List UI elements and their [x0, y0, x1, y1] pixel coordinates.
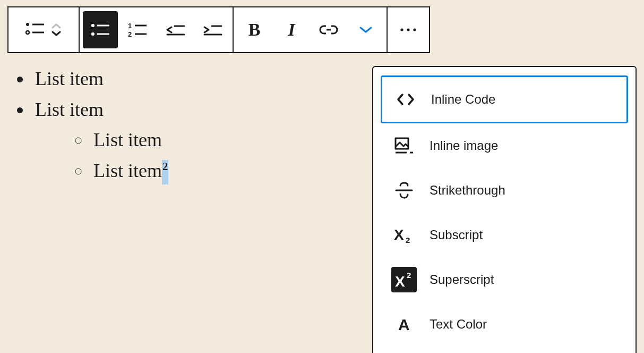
list-level-1: List item List item List item List item2: [7, 64, 168, 186]
editor-content[interactable]: List item List item List item List item2: [7, 64, 168, 186]
more-formats-button[interactable]: [348, 11, 383, 48]
svg-text:2: 2: [407, 271, 411, 280]
dropdown-item-text-color[interactable]: A Text Color: [381, 302, 628, 347]
chevron-down-icon: [358, 26, 373, 34]
block-toolbar: 1 2 B I: [7, 6, 430, 53]
dropdown-item-inline-code[interactable]: Inline Code: [381, 75, 628, 123]
italic-button[interactable]: I: [274, 11, 309, 48]
toolbar-group-block-type: [8, 7, 80, 52]
chevron-down-icon: [50, 30, 62, 37]
code-icon: [393, 87, 418, 112]
superscript-icon: X 2: [391, 267, 417, 292]
block-type-carets: [50, 23, 62, 37]
format-dropdown: Inline Code Inline image Strikethrough X: [372, 66, 637, 353]
dropdown-item-subscript[interactable]: X 2 Subscript: [381, 213, 628, 257]
dropdown-item-superscript[interactable]: X 2 Superscript: [381, 257, 628, 302]
italic-icon: I: [288, 20, 295, 40]
dropdown-item-label: Subscript: [430, 228, 483, 242]
subscript-icon: X 2: [391, 222, 417, 248]
svg-text:X: X: [395, 273, 405, 289]
more-options-button[interactable]: [391, 11, 426, 48]
svg-point-17: [407, 28, 409, 31]
dropdown-item-label: Inline image: [430, 138, 498, 153]
list-item-text: List item: [35, 99, 104, 120]
block-type-button[interactable]: [12, 11, 75, 48]
numbered-list-button[interactable]: 1 2: [120, 11, 155, 48]
svg-point-6: [91, 32, 95, 36]
svg-point-16: [400, 28, 403, 31]
toolbar-group-list: 1 2: [80, 7, 234, 52]
svg-text:2: 2: [406, 236, 410, 244]
svg-point-2: [26, 31, 29, 34]
svg-point-4: [91, 24, 95, 27]
svg-point-18: [413, 28, 416, 31]
toolbar-group-format: B I: [234, 7, 388, 52]
list-item-text: List item: [93, 129, 162, 150]
dropdown-item-label: Superscript: [430, 272, 494, 287]
list-item[interactable]: List item List item List item2: [32, 95, 168, 187]
dropdown-item-label: Inline Code: [431, 92, 495, 107]
list-item-text: List item: [35, 68, 104, 89]
superscript-text: 2: [162, 160, 168, 173]
chevron-up-icon: [50, 23, 62, 29]
link-icon: [319, 23, 338, 36]
svg-text:2: 2: [128, 30, 132, 38]
dropdown-item-inline-image[interactable]: Inline image: [381, 123, 628, 168]
more-horizontal-icon: [399, 28, 417, 32]
svg-point-0: [26, 23, 29, 26]
link-button[interactable]: [311, 11, 346, 48]
list-level-2: List item List item2: [35, 125, 168, 186]
list-item[interactable]: List item2: [90, 156, 168, 187]
toolbar-group-overflow: [388, 7, 429, 52]
dropdown-item-label: Strikethrough: [430, 183, 505, 198]
text-color-icon: A: [391, 312, 417, 337]
list-block-icon: [25, 21, 45, 39]
outdent-button[interactable]: [157, 11, 192, 48]
list-item[interactable]: List item: [32, 64, 168, 95]
indent-button[interactable]: [194, 11, 229, 48]
list-item[interactable]: List item: [90, 125, 168, 156]
svg-text:X: X: [394, 226, 404, 243]
svg-text:A: A: [398, 316, 410, 333]
bold-button[interactable]: B: [237, 11, 272, 48]
dropdown-item-strikethrough[interactable]: Strikethrough: [381, 168, 628, 213]
bold-icon: B: [248, 20, 261, 40]
strikethrough-icon: [391, 178, 417, 203]
list-item-text: List item: [93, 160, 162, 181]
inline-image-icon: [391, 133, 417, 158]
dropdown-item-label: Text Color: [430, 317, 487, 332]
svg-text:1: 1: [128, 22, 132, 30]
bulleted-list-button[interactable]: [83, 11, 118, 48]
